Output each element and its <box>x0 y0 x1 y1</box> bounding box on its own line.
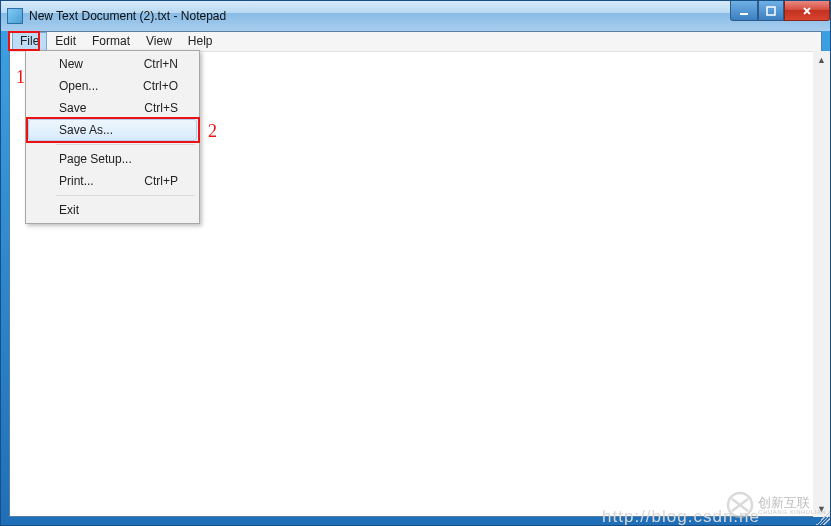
menu-item-shortcut: Ctrl+N <box>144 57 178 71</box>
menu-item-page-setup[interactable]: Page Setup... <box>28 148 197 170</box>
svg-rect-0 <box>740 13 748 15</box>
menu-separator <box>56 195 195 196</box>
menu-edit[interactable]: Edit <box>47 32 84 51</box>
menu-item-label: New <box>59 57 144 71</box>
notepad-icon <box>7 8 23 24</box>
titlebar[interactable]: New Text Document (2).txt - Notepad <box>1 1 830 31</box>
file-menu-dropdown: New Ctrl+N Open... Ctrl+O Save Ctrl+S Sa… <box>25 50 200 224</box>
menu-item-exit[interactable]: Exit <box>28 199 197 221</box>
menu-format[interactable]: Format <box>84 32 138 51</box>
scroll-up-button[interactable]: ▲ <box>813 51 830 68</box>
menu-item-label: Page Setup... <box>59 152 178 166</box>
menu-view[interactable]: View <box>138 32 180 51</box>
menu-item-open[interactable]: Open... Ctrl+O <box>28 75 197 97</box>
close-button[interactable] <box>784 1 830 21</box>
menu-item-print[interactable]: Print... Ctrl+P <box>28 170 197 192</box>
menu-item-new[interactable]: New Ctrl+N <box>28 53 197 75</box>
resize-grip[interactable] <box>816 511 830 525</box>
menu-item-label: Save <box>59 101 144 115</box>
menu-item-label: Open... <box>59 79 143 93</box>
window-title: New Text Document (2).txt - Notepad <box>29 9 226 23</box>
menu-help[interactable]: Help <box>180 32 221 51</box>
svg-rect-1 <box>767 7 775 15</box>
menu-item-shortcut: Ctrl+P <box>144 174 178 188</box>
menu-item-shortcut: Ctrl+S <box>144 101 178 115</box>
maximize-button[interactable] <box>758 1 784 21</box>
vertical-scrollbar[interactable]: ▲ ▼ <box>813 51 830 517</box>
window-controls <box>730 1 830 21</box>
menu-file[interactable]: File <box>12 32 47 51</box>
menu-item-label: Print... <box>59 174 144 188</box>
menu-item-shortcut: Ctrl+O <box>143 79 178 93</box>
minimize-button[interactable] <box>730 1 758 21</box>
menu-item-save-as[interactable]: Save As... <box>28 119 197 141</box>
notepad-window: New Text Document (2).txt - Notepad File… <box>0 0 831 526</box>
menu-separator <box>56 144 195 145</box>
menu-item-save[interactable]: Save Ctrl+S <box>28 97 197 119</box>
menubar: File Edit Format View Help <box>10 32 821 52</box>
menu-item-label: Save As... <box>59 123 178 137</box>
menu-item-label: Exit <box>59 203 178 217</box>
